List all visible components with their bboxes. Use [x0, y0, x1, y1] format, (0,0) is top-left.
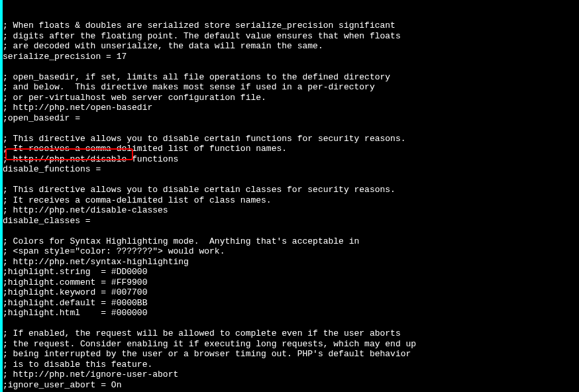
config-line: ; digits after the floating point. The d… — [3, 31, 579, 42]
terminal-content[interactable]: ; When floats & doubles are serialized s… — [0, 0, 579, 392]
config-line: ; <span style="color: ???????"> would wo… — [3, 246, 579, 257]
config-line: ;highlight.string = #DD0000 — [3, 267, 579, 277]
config-line: ; It receives a comma-delimited list of … — [3, 144, 579, 154]
config-line: ; If enabled, the request will be allowe… — [3, 328, 579, 339]
config-line: ; This directive allows you to disable c… — [3, 134, 579, 144]
config-line — [3, 62, 579, 72]
config-line: ; is to disable this feature. — [3, 360, 579, 370]
config-line: serialize_precision = 17 — [3, 52, 579, 62]
config-line: ; are decoded with unserialize, the data… — [3, 41, 579, 52]
config-line: ; and below. This directive makes most s… — [3, 82, 579, 93]
config-line: ;highlight.default = #0000BB — [3, 298, 579, 309]
config-line — [3, 175, 579, 185]
config-line: ; Colors for Syntax Highlighting mode. A… — [3, 236, 579, 247]
config-line — [3, 318, 579, 329]
config-line: ; open_basedir, if set, limits all file … — [3, 72, 579, 83]
config-line: ; It receives a comma-delimited list of … — [3, 195, 579, 206]
config-line: ; or per-virtualhost web server configur… — [3, 93, 579, 103]
config-line: ;highlight.comment = #FF9900 — [3, 277, 579, 288]
config-line: ; http://php.net/open-basedir — [3, 103, 579, 113]
config-line: ; http://php.net/ignore-user-abort — [3, 369, 579, 380]
config-line — [3, 123, 579, 134]
config-line: disable_functions = — [3, 164, 579, 175]
config-line: ; When floats & doubles are serialized s… — [3, 21, 579, 31]
config-line: ; being interrupted by the user or a bro… — [3, 349, 579, 360]
config-line: disable_classes = — [3, 216, 579, 226]
config-line: ;ignore_user_abort = On — [3, 380, 579, 391]
config-line: ; http://php.net/disable-classes — [3, 205, 579, 216]
config-line: ; http://php.net/disable-functions — [3, 154, 579, 165]
config-text: ; When floats & doubles are serialized s… — [3, 21, 579, 392]
config-line: ;highlight.keyword = #007700 — [3, 287, 579, 298]
config-line: ;open_basedir = — [3, 113, 579, 124]
config-line: ; http://php.net/syntax-highlighting — [3, 257, 579, 268]
config-line: ; the request. Consider enabling it if e… — [3, 339, 579, 350]
config-line: ; This directive allows you to disable c… — [3, 185, 579, 195]
config-line — [3, 226, 579, 236]
config-line: ;highlight.html = #000000 — [3, 308, 579, 318]
